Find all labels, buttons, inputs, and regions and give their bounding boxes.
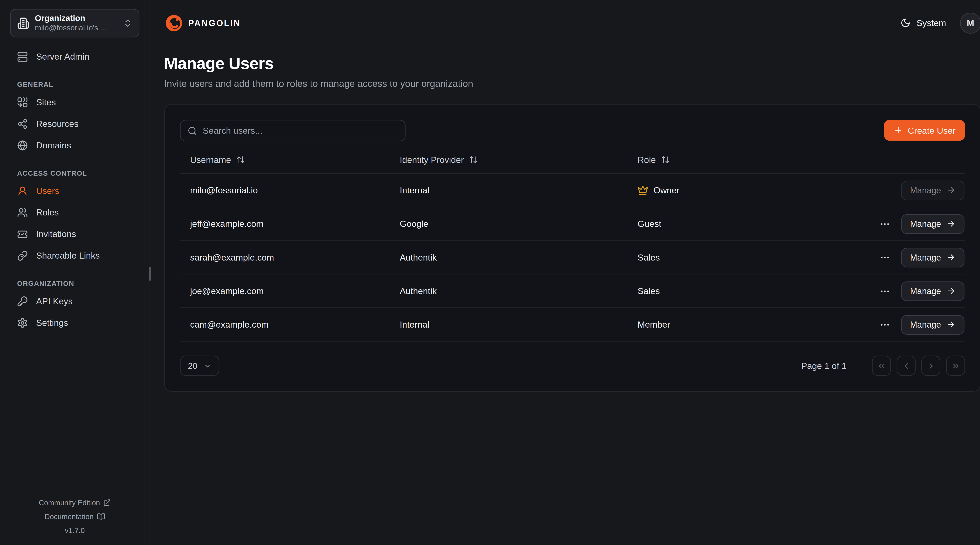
app-root: Organization milo@fossorial.io's ... Ser… [0, 0, 980, 545]
table-row: joe@example.com Authentik Sales Manage [180, 274, 965, 308]
sidebar-item-shareable-links[interactable]: Shareable Links [0, 248, 150, 263]
main-area: PANGOLIN System M Manage Users Invite us… [150, 0, 980, 545]
sidebar-item-server-admin[interactable]: Server Admin [0, 49, 150, 64]
next-page-button[interactable] [921, 355, 940, 376]
section-label-organization: ORGANIZATION [0, 280, 150, 287]
table-row: milo@fossorial.io Internal Owner Manage [180, 174, 965, 207]
cell-identity-provider: Authentik [390, 286, 628, 296]
sidebar-footer: Community Edition Documentation v1.7.0 [0, 489, 150, 545]
sidebar-item-label: Server Admin [36, 51, 89, 62]
row-actions-menu-button[interactable] [878, 217, 892, 230]
sort-icon [469, 155, 478, 164]
user-avatar[interactable]: M [960, 12, 980, 33]
sort-icon [236, 155, 245, 164]
sidebar-item-settings[interactable]: Settings [0, 315, 150, 330]
version-label: v1.7.0 [65, 523, 85, 537]
pangolin-logo-icon [164, 13, 184, 33]
share-nodes-icon [17, 118, 28, 129]
sidebar-item-label: Users [36, 186, 59, 196]
sidebar-resize-handle[interactable] [149, 267, 151, 281]
cell-username: cam@example.com [180, 319, 390, 330]
arrow-right-icon [947, 287, 956, 295]
cell-identity-provider: Google [390, 218, 628, 229]
link-icon [17, 250, 28, 261]
key-icon [17, 296, 28, 306]
row-actions-menu-button[interactable] [878, 318, 892, 331]
page-indicator: Page 1 of 1 [801, 361, 847, 371]
book-open-icon [97, 512, 105, 521]
row-actions-menu-button[interactable] [878, 251, 892, 264]
cell-identity-provider: Internal [390, 319, 628, 330]
cell-username: joe@example.com [180, 286, 390, 296]
moon-icon [900, 18, 911, 28]
building-icon [17, 17, 29, 29]
users-card: Create User Username Identity Provider [164, 104, 980, 392]
plus-icon [893, 126, 902, 135]
sidebar-item-sites[interactable]: Sites [0, 94, 150, 110]
sidebar-item-api-keys[interactable]: API Keys [0, 293, 150, 309]
sidebar-item-label: Settings [36, 317, 68, 328]
cell-role: Sales [627, 252, 874, 263]
create-user-button[interactable]: Create User [884, 120, 965, 141]
sort-icon [661, 155, 670, 164]
theme-label: System [916, 18, 946, 28]
sidebar-item-label: Shareable Links [36, 250, 100, 261]
ticket-check-icon [17, 228, 28, 239]
last-page-button[interactable] [946, 355, 965, 376]
cell-username: sarah@example.com [180, 252, 390, 263]
sidebar-item-roles[interactable]: Roles [0, 205, 150, 220]
create-user-label: Create User [908, 125, 956, 135]
sidebar-nav: Server Admin GENERAL Sites Resources Do [0, 40, 150, 336]
row-actions-menu-button[interactable] [878, 284, 892, 298]
manage-button[interactable]: Manage [901, 247, 964, 267]
brand: PANGOLIN [164, 13, 241, 33]
page-subtitle: Invite users and add them to roles to ma… [164, 78, 980, 89]
sidebar-item-users[interactable]: Users [0, 183, 150, 198]
documentation-link[interactable]: Documentation [0, 510, 150, 523]
user-icon [17, 185, 28, 196]
section-label-general: GENERAL [0, 81, 150, 88]
arrow-right-icon [947, 320, 956, 329]
manage-button[interactable]: Manage [901, 281, 964, 301]
sidebar-item-domains[interactable]: Domains [0, 138, 150, 153]
sidebar-item-label: Resources [36, 119, 78, 129]
chevron-down-icon [203, 362, 211, 370]
page-title: Manage Users [164, 54, 980, 73]
combine-icon [17, 97, 28, 107]
column-header-username[interactable]: Username [180, 155, 390, 165]
search-input[interactable] [203, 126, 398, 135]
documentation-label: Documentation [45, 510, 94, 523]
cell-role: Sales [627, 286, 874, 296]
sidebar-item-invitations[interactable]: Invitations [0, 226, 150, 242]
page-size-select[interactable]: 20 [180, 355, 219, 376]
manage-button[interactable]: Manage [901, 315, 964, 334]
community-edition-link[interactable]: Community Edition [0, 496, 150, 510]
table-row: jeff@example.com Google Guest Manage [180, 207, 965, 241]
cell-username: jeff@example.com [180, 218, 390, 229]
table-row: sarah@example.com Authentik Sales Manage [180, 241, 965, 274]
topbar: PANGOLIN System M [164, 0, 980, 46]
app-version: v1.7.0 [0, 523, 150, 537]
column-header-role[interactable]: Role [627, 155, 874, 165]
first-page-button[interactable] [872, 355, 891, 376]
column-header-identity-provider[interactable]: Identity Provider [390, 155, 628, 165]
globe-icon [17, 140, 28, 151]
theme-toggle[interactable]: System [900, 18, 946, 28]
manage-button[interactable]: Manage [901, 214, 964, 233]
chevrons-up-down-icon [123, 18, 132, 28]
sidebar-item-label: Sites [36, 97, 56, 107]
sidebar-item-resources[interactable]: Resources [0, 116, 150, 131]
org-selector-label: Organization [35, 13, 117, 24]
org-selector-value: milo@fossorial.io's ... [35, 24, 117, 33]
avatar-initial: M [967, 18, 974, 28]
users-toolbar: Create User [180, 120, 965, 141]
cell-role: Owner [627, 185, 874, 196]
sidebar: Organization milo@fossorial.io's ... Ser… [0, 0, 150, 545]
gear-icon [17, 317, 28, 328]
org-selector[interactable]: Organization milo@fossorial.io's ... [10, 9, 140, 37]
search-box [180, 120, 406, 141]
section-label-access-control: ACCESS CONTROL [0, 169, 150, 177]
previous-page-button[interactable] [897, 355, 916, 376]
table-row: cam@example.com Internal Member Manage [180, 308, 965, 341]
topbar-right: System M [900, 12, 980, 33]
